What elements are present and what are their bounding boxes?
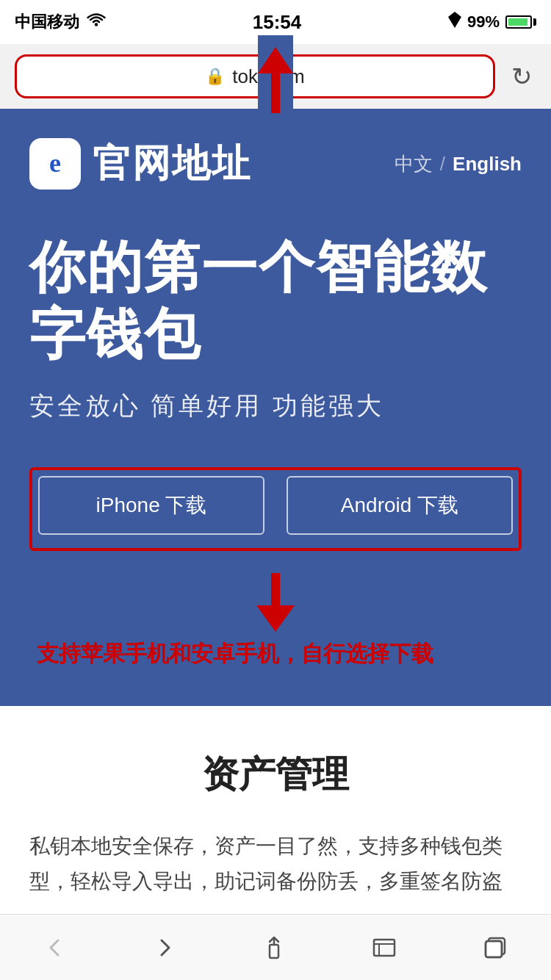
bookmarks-button[interactable] [364, 928, 404, 968]
svg-rect-3 [374, 940, 395, 956]
refresh-button[interactable]: ↻ [507, 57, 536, 96]
arrow-up-indicator [258, 35, 293, 113]
arrow-down-indicator [29, 558, 522, 639]
logo-text: 官网地址 [93, 138, 251, 190]
svg-point-0 [95, 23, 98, 26]
carrier-text: 中国移动 [15, 11, 79, 33]
section-desc: 私钥本地安全保存，资产一目了然，支持多种钱包类型，轻松导入导出，助记词备份防丢，… [29, 829, 522, 898]
logo-icon: e [29, 138, 81, 190]
hero-headline: 你的第一个智能数字钱包 [29, 234, 522, 367]
battery-percent: 99% [467, 12, 500, 32]
annotation-text: 支持苹果手机和安卓手机，自行选择下载 [29, 639, 522, 669]
logo-area: e 官网地址 [29, 138, 251, 190]
status-time: 15:54 [253, 11, 302, 34]
tabs-button[interactable] [475, 928, 515, 968]
lang-switcher: 中文 / English [395, 151, 522, 177]
lock-icon: 🔒 [205, 67, 225, 86]
android-download-button[interactable]: Android 下载 [287, 476, 513, 535]
section-title: 资产管理 [29, 750, 522, 799]
lang-zh-button[interactable]: 中文 [395, 151, 433, 177]
status-right: 99% [448, 12, 536, 32]
forward-button[interactable] [145, 929, 184, 967]
main-content: e 官网地址 中文 / English 你的第一个智能数字钱包 安全放心 简单好… [0, 109, 551, 706]
iphone-download-button[interactable]: iPhone 下载 [38, 476, 264, 535]
download-row: iPhone 下载 Android 下载 [38, 476, 513, 535]
battery-icon [505, 15, 536, 29]
download-wrapper: iPhone 下载 Android 下载 [29, 467, 522, 551]
status-left: 中国移动 [15, 11, 106, 33]
hero-subheadline: 安全放心 简单好用 功能强大 [29, 389, 522, 423]
lang-divider: / [440, 153, 445, 176]
white-section: 资产管理 私钥本地安全保存，资产一目了然，支持多种钱包类型，轻松导入导出，助记词… [0, 706, 551, 928]
svg-rect-5 [486, 941, 502, 957]
address-bar[interactable]: 🔒 token.im [15, 54, 495, 98]
svg-text:e: e [49, 148, 61, 178]
svg-rect-2 [270, 945, 278, 958]
wifi-icon [87, 12, 106, 32]
share-button[interactable] [255, 927, 293, 968]
lang-en-button[interactable]: English [453, 153, 522, 176]
back-button[interactable] [36, 929, 74, 967]
header-row: e 官网地址 中文 / English [29, 138, 522, 190]
browser-nav [0, 914, 551, 980]
location-icon [448, 12, 461, 32]
